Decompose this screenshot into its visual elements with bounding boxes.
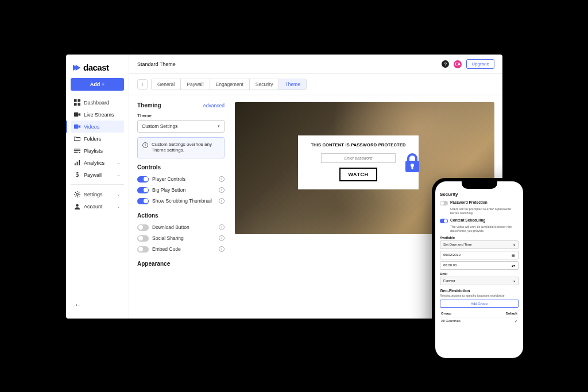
password-overlay: THIS CONTENT IS PASSWORD PROTECTED WATCH [298,135,419,189]
svg-text:$: $ [76,172,79,178]
phone-notch [462,181,497,189]
toggle-switch[interactable] [137,187,149,193]
svg-rect-2 [74,103,77,106]
upgrade-button[interactable]: Upgrade [466,59,494,69]
advanced-link[interactable]: Advanced [203,103,225,108]
info-icon[interactable]: i [219,235,225,241]
check-icon: ✓ [514,319,517,323]
playlist-icon [74,148,80,154]
toggle-switch[interactable] [440,219,448,223]
date-value: 05/02/2019 [443,253,461,257]
tab-security[interactable]: Security [250,79,280,90]
svg-rect-17 [412,166,413,169]
page-title: Standard Theme [137,61,176,67]
table-row[interactable]: All Countries ✓ [440,317,519,325]
theme-value: Custom Settings [142,123,177,129]
until-select[interactable]: Forever ▾ [440,277,519,285]
toggle-player-controls[interactable]: Player Controls i [137,174,225,185]
svg-rect-9 [75,163,76,165]
sidebar-item-paywall[interactable]: $ Paywall ⌄ [71,169,124,181]
toggle-switch[interactable] [440,201,448,205]
tab-paywall[interactable]: Paywall [181,79,210,90]
help-icon[interactable]: ? [442,60,449,68]
logo-icon [72,63,81,72]
toggle-label: Player Controls [152,176,185,182]
header: Standard Theme ? EA Upgrade [129,55,502,74]
tab-theme[interactable]: Theme [279,79,305,90]
password-input[interactable] [321,153,396,163]
toggle-switch[interactable] [137,235,149,242]
password-protection-label: Password Protection [450,200,488,204]
sidebar-item-videos[interactable]: Videos [71,121,124,133]
sidebar-item-label: Videos [84,124,99,130]
calendar-icon: ▦ [512,253,515,257]
sidebar-item-folders[interactable]: Folders [71,133,124,145]
avatar[interactable]: EA [454,60,462,68]
sidebar-item-settings[interactable]: Settings ⌄ [71,188,124,200]
until-label: Until [440,272,519,275]
sidebar-item-playlists[interactable]: Playlists [71,145,124,157]
add-button[interactable]: Add + [71,78,124,91]
toggle-switch[interactable] [137,198,149,204]
actions-title: Actions [137,212,225,219]
chevron-down-icon: ⌄ [117,172,121,177]
sidebar-item-analytics[interactable]: Analytics ⌄ [71,157,124,169]
collapse-button[interactable]: ← [71,297,124,313]
security-heading: Security [440,192,519,197]
time-input[interactable]: 00:00:00 ▴▾ [440,261,519,270]
svg-rect-3 [78,103,80,106]
sidebar-item-label: Settings [84,192,103,197]
sidebar-item-account[interactable]: Account ⌄ [71,200,124,212]
tab-general[interactable]: General [152,79,181,90]
toggle-embed[interactable]: Embed Code i [137,244,225,255]
toggle-social[interactable]: Social Sharing i [137,233,225,244]
select-value: Set Date and Time [443,243,472,246]
date-input[interactable]: 05/02/2019 ▦ [440,251,519,259]
tabs-row: ‹ General Paywall Engagement Security Th… [129,74,502,95]
analytics-icon [74,160,80,166]
appearance-title: Appearance [137,261,225,267]
tab-engagement[interactable]: Engagement [210,79,250,90]
paywall-icon: $ [74,172,80,178]
folder-icon [74,135,80,142]
toggle-scrubbing[interactable]: Show Scrubbing Thumbnail i [137,196,225,207]
chevron-down-icon: ⌄ [117,192,121,197]
svg-rect-4 [74,112,78,117]
chevron-down-icon: ⌄ [117,204,121,209]
geo-restriction-title: Geo-Restriction [440,289,519,293]
stepper-icon: ▴▾ [512,263,515,267]
info-icon[interactable]: i [219,224,225,230]
theme-select[interactable]: Custom Settings ▾ [137,120,225,133]
sidebar-item-dashboard[interactable]: Dashboard [71,96,124,108]
toggle-switch[interactable] [137,176,149,183]
dashboard-icon [74,99,80,106]
available-label: Available [440,236,519,239]
watch-button[interactable]: WATCH [339,168,378,181]
info-icon[interactable]: i [219,198,225,204]
available-select[interactable]: Set Date and Time ▾ [440,240,519,249]
info-icon[interactable]: i [219,246,225,252]
back-button[interactable]: ‹ [137,79,148,90]
caret-down-icon: ▾ [513,279,515,283]
toggle-switch[interactable] [137,224,149,231]
toggle-download[interactable]: Download Button i [137,222,225,233]
toggle-switch[interactable] [137,246,149,253]
sidebar-item-label: Account [84,204,103,209]
info-icon[interactable]: i [219,176,225,182]
add-group-button[interactable]: Add Group [440,300,519,308]
toggle-label: Social Sharing [152,235,184,241]
svg-point-13 [76,193,79,196]
theming-title: Theming [137,102,161,108]
phone-screen: Security Password Protection Users will … [435,181,523,358]
sidebar-item-label: Folders [84,136,101,142]
user-icon [74,203,80,209]
info-icon[interactable]: i [219,187,225,193]
toggle-big-play[interactable]: Big Play Button i [137,185,225,196]
info-icon: i [142,142,148,148]
svg-rect-5 [74,125,78,129]
lock-icon [404,153,421,176]
content-scheduling-desc: The video will only be available between… [450,225,519,233]
sidebar-item-livestreams[interactable]: Live Streams [71,108,124,121]
logo: dacast [71,60,124,78]
svg-rect-0 [74,99,77,102]
